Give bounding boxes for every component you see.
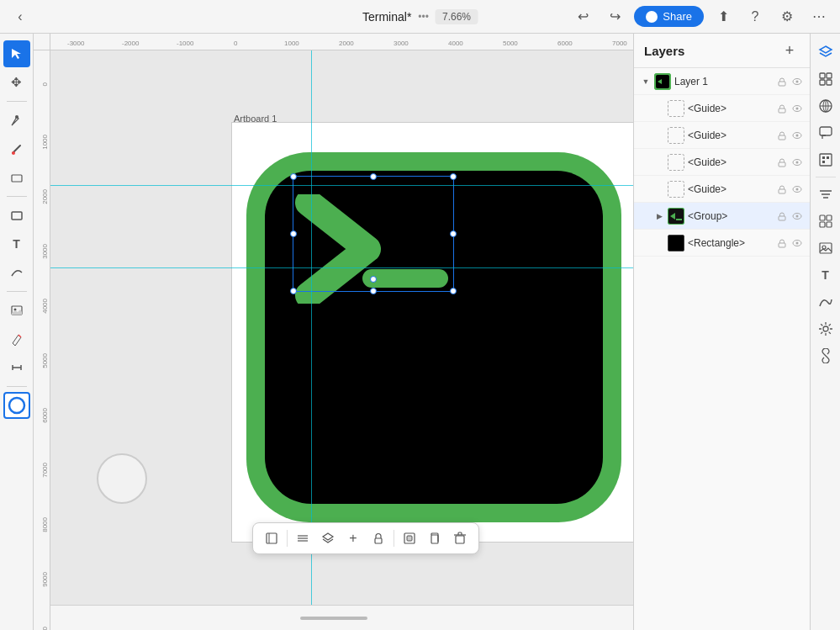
pen-tool[interactable]: [3, 107, 30, 134]
layer-row-guide1[interactable]: <Guide>: [634, 95, 810, 122]
layer-row-guide4[interactable]: <Guide>: [634, 176, 810, 203]
svg-rect-53: [820, 73, 825, 78]
layer-row-group1[interactable]: ▶ <Group>: [634, 203, 810, 230]
ctx-delete-button[interactable]: [448, 527, 472, 550]
layer-row-layer1[interactable]: ▼ Layer 1: [634, 68, 810, 95]
layer-expand-layer1[interactable]: ▼: [641, 77, 651, 87]
select-tool[interactable]: [3, 40, 30, 67]
scroll-handle[interactable]: [300, 617, 367, 620]
ctx-layers-button[interactable]: [316, 527, 340, 550]
ctx-copy-button[interactable]: [423, 527, 446, 550]
link-toggle[interactable]: [814, 344, 837, 368]
more-button[interactable]: ⋯: [806, 4, 832, 29]
back-button[interactable]: ‹: [8, 5, 32, 29]
layer-lock-guide3[interactable]: [776, 156, 788, 168]
redo-button[interactable]: ↪: [602, 4, 627, 29]
layers-panel-toggle[interactable]: [814, 40, 837, 64]
ctx-mask-button[interactable]: [398, 527, 421, 550]
ctx-add-button[interactable]: +: [341, 527, 365, 550]
layer-lock-guide2[interactable]: [776, 130, 788, 141]
ctx-lines-button[interactable]: [291, 527, 314, 550]
context-toolbar: +: [252, 522, 479, 554]
svg-point-42: [796, 188, 799, 190]
svg-point-2: [12, 151, 15, 155]
svg-rect-4: [12, 212, 22, 220]
document-title: Terminal*: [362, 10, 411, 24]
hand-tool[interactable]: ✥: [3, 69, 30, 96]
layer-expand-guide1: [654, 103, 664, 114]
text-tool[interactable]: T: [3, 230, 30, 257]
ctx-lock-button[interactable]: [367, 527, 390, 550]
text-panel-toggle[interactable]: T: [814, 263, 837, 287]
layer-lock-group1[interactable]: [776, 210, 788, 222]
svg-marker-19: [323, 533, 333, 540]
effects-panel-toggle[interactable]: [814, 94, 837, 118]
image-tool[interactable]: [3, 297, 30, 324]
zoom-level[interactable]: 7.66%: [436, 9, 478, 24]
more-tools-toggle[interactable]: [814, 183, 837, 206]
layer-expand-guide4: [654, 184, 664, 194]
svg-line-74: [824, 354, 827, 357]
ctx-frame-button[interactable]: [260, 527, 283, 550]
layer-row-guide2[interactable]: <Guide>: [634, 122, 810, 149]
terminal-black-inner: [265, 171, 603, 504]
ruler-corner: [34, 34, 50, 50]
shape-tool[interactable]: [3, 202, 30, 229]
settings-button[interactable]: ⚙: [774, 4, 800, 29]
svg-point-51: [796, 241, 799, 244]
grid-toggle[interactable]: [814, 209, 837, 233]
brush-tool[interactable]: [3, 135, 30, 162]
comments-panel-toggle[interactable]: [814, 121, 837, 145]
measure-tool[interactable]: [3, 354, 30, 381]
layer-expand-group1[interactable]: ▶: [654, 211, 664, 221]
adjustments-panel-toggle[interactable]: [814, 67, 837, 91]
fill-tool[interactable]: [3, 392, 30, 419]
layer-thumb-guide1: [668, 100, 684, 117]
export-panel-toggle[interactable]: [814, 148, 837, 172]
layer-lock-guide1[interactable]: [776, 103, 788, 114]
undo-button[interactable]: ↩: [570, 4, 595, 29]
photo-toggle[interactable]: [814, 236, 837, 260]
share-button[interactable]: Share: [634, 6, 704, 27]
terminal-icon-container[interactable]: [246, 152, 621, 522]
layer-vis-rect1[interactable]: [791, 237, 803, 249]
svg-point-39: [796, 161, 799, 163]
upload-button[interactable]: ⬆: [711, 4, 736, 29]
canvas-content[interactable]: Artboard 1: [50, 50, 633, 605]
layer-name-rect1: <Rectangle>: [688, 237, 773, 249]
artboard-frame[interactable]: [231, 122, 633, 543]
help-button[interactable]: ?: [742, 4, 768, 29]
vector-tool[interactable]: [3, 259, 30, 286]
layer-thumb-guide2: [668, 127, 684, 144]
layer-row-guide3[interactable]: <Guide>: [634, 149, 810, 176]
svg-rect-46: [779, 216, 785, 220]
main-area: ✥ T: [0, 34, 840, 630]
pencil-tool[interactable]: [3, 326, 30, 352]
layer-vis-group1[interactable]: [791, 210, 803, 222]
canvas-area[interactable]: // Will be rendered after DOM -3000 -200…: [34, 34, 633, 630]
eraser-tool[interactable]: [3, 164, 30, 191]
svg-point-72: [822, 246, 826, 249]
terminal-chevron-svg: [292, 194, 452, 304]
layer-lock-guide4[interactable]: [776, 183, 788, 195]
layers-add-button[interactable]: +: [779, 40, 800, 61]
layer-vis-guide3[interactable]: [791, 156, 803, 168]
ctx-sep1: [287, 530, 288, 547]
top-bar: ‹ Terminal* ••• 7.66% ↩ ↪ Share ⬆ ? ⚙ ⋯: [0, 0, 840, 34]
terminal-green-bg: [246, 152, 621, 522]
svg-line-7: [18, 335, 21, 337]
layer-lock-layer1[interactable]: [776, 76, 788, 87]
separator: [7, 101, 27, 102]
gear-settings-toggle[interactable]: [814, 317, 837, 341]
document-menu-dots[interactable]: •••: [418, 11, 429, 23]
layer-vis-guide4[interactable]: [791, 183, 803, 195]
layer-row-rect1[interactable]: <Rectangle>: [634, 230, 810, 257]
layer-vis-guide1[interactable]: [791, 103, 803, 114]
layer-vis-guide2[interactable]: [791, 130, 803, 141]
layer-lock-rect1[interactable]: [776, 237, 788, 249]
layer-expand-guide2: [654, 130, 664, 140]
layers-panel: Layers + ▼ Layer 1: [633, 34, 810, 630]
curve-toggle[interactable]: [814, 290, 837, 314]
svg-rect-61: [822, 156, 825, 159]
layer-vis-layer1[interactable]: [791, 76, 803, 87]
